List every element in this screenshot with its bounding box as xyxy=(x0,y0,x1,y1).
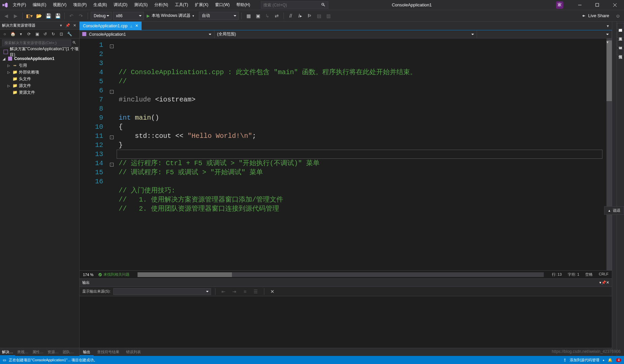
pin-icon[interactable]: 📌 xyxy=(65,23,70,28)
menu-test[interactable]: 测试(S) xyxy=(131,1,150,9)
comment-out-icon[interactable]: // xyxy=(287,12,295,20)
tool-btn-4[interactable]: ⇄ xyxy=(273,12,281,20)
search-icon[interactable] xyxy=(71,40,77,46)
vtab-properties[interactable]: 属性 xyxy=(617,49,624,55)
collapse-icon[interactable]: ▣ xyxy=(34,31,40,37)
tab-findsym[interactable]: 查找符号结果 xyxy=(94,348,123,356)
code-editor[interactable]: 12345678910111213141516 - - - - // Conso… xyxy=(80,38,612,270)
config-combo[interactable]: Debug xyxy=(91,12,112,20)
vertical-scrollbar[interactable]: ▾ xyxy=(606,38,612,270)
vtab-toolbox[interactable]: 工具箱 xyxy=(617,32,624,38)
zoom-level[interactable]: 174 % xyxy=(83,273,93,277)
chevron-down-icon[interactable]: ▾ xyxy=(58,23,64,28)
maximize-button[interactable] xyxy=(590,0,605,10)
fold-column[interactable]: - - - - xyxy=(110,38,117,270)
platform-combo[interactable]: x86 xyxy=(113,12,144,20)
preview-icon[interactable]: ⊡ xyxy=(58,31,65,37)
menu-analyze[interactable]: 分析(N) xyxy=(152,1,171,9)
close-icon[interactable]: ✕ xyxy=(72,23,77,28)
save-icon[interactable]: 💾 xyxy=(44,12,52,20)
add-to-scm[interactable]: 添加到源代码管理 xyxy=(570,358,599,363)
source-control-icon[interactable]: ↥ xyxy=(563,358,566,362)
pin-icon[interactable]: 📌 xyxy=(601,280,606,285)
twisty-icon[interactable]: ▷ xyxy=(7,64,11,67)
vtab-notifications[interactable]: 通知 xyxy=(617,40,624,47)
nav-scope-global[interactable]: (全局范围) xyxy=(214,30,477,38)
clear-icon[interactable]: ✕ xyxy=(268,287,276,296)
tab-overflow-icon[interactable]: ▾ xyxy=(604,22,612,30)
nav-fwd-icon[interactable]: ▶ xyxy=(11,12,20,20)
menu-help[interactable]: 帮助(H) xyxy=(234,1,253,9)
home2-icon[interactable]: 🏠 xyxy=(9,31,16,37)
close-button[interactable] xyxy=(607,0,623,10)
twisty-icon[interactable]: ▷ xyxy=(7,70,11,74)
menu-tools[interactable]: 工具(T) xyxy=(172,1,191,9)
code-content[interactable]: // ConsoleApplication1.cpp : 此文件包含 "main… xyxy=(117,38,606,270)
vtab-server-explorer[interactable]: 服务器资源管理器 xyxy=(617,23,624,29)
notification-bell-icon[interactable]: 🔔 xyxy=(608,358,613,362)
menu-edit[interactable]: 编辑(E) xyxy=(30,1,49,9)
tab-errorlist[interactable]: 错误列表 xyxy=(123,348,144,356)
tab-solution-explorer[interactable]: 解决… xyxy=(0,348,15,356)
tool-btn-6[interactable]: ▥ xyxy=(324,12,332,20)
close-icon[interactable]: ✕ xyxy=(135,24,138,28)
properties-icon[interactable]: ↻ xyxy=(50,31,57,37)
undo-icon[interactable]: ↶ xyxy=(67,12,76,20)
tab-property-mgr[interactable]: 属性… xyxy=(30,348,46,356)
nav-scope-member[interactable] xyxy=(477,30,612,38)
scrollbar-thumb[interactable] xyxy=(606,40,612,101)
refresh-icon[interactable]: ⟳ xyxy=(26,31,32,37)
menu-view[interactable]: 视图(V) xyxy=(50,1,69,9)
output-body[interactable] xyxy=(80,296,612,348)
menu-window[interactable]: 窗口(W) xyxy=(212,1,232,9)
redo-icon[interactable]: ↷ xyxy=(77,12,85,20)
tab-class-view[interactable]: 类视… xyxy=(15,348,30,356)
pin-icon[interactable]: ⟂ xyxy=(130,24,132,28)
menu-build[interactable]: 生成(B) xyxy=(91,1,110,9)
uncomment-icon[interactable]: /▸ xyxy=(296,12,304,20)
tool-btn-2[interactable]: ▣ xyxy=(254,12,262,20)
out-btn-1[interactable]: ⇤ xyxy=(219,287,228,296)
document-tab-active[interactable]: ConsoleApplication1.cpp ⟂ ✕ xyxy=(80,22,142,30)
feedback-icon[interactable]: ☺ xyxy=(614,12,622,20)
menu-project[interactable]: 项目(P) xyxy=(70,1,89,9)
tab-resource-view[interactable]: 资源… xyxy=(46,348,61,356)
filter-icon[interactable]: 🔧 xyxy=(66,31,73,37)
tab-output[interactable]: 输出 xyxy=(80,348,94,356)
user-avatar[interactable]: 家 xyxy=(556,1,563,9)
voice-input-tag[interactable]: ▲ 说话 xyxy=(604,206,624,215)
horizontal-scrollbar[interactable] xyxy=(138,272,543,277)
close-icon[interactable]: ✕ xyxy=(606,280,609,285)
out-btn-2[interactable]: ⇥ xyxy=(230,287,238,296)
menu-file[interactable]: 文件(F) xyxy=(10,1,29,9)
open-icon[interactable]: 📂 xyxy=(35,12,43,20)
tab-team-explorer[interactable]: 团队… xyxy=(61,348,76,356)
explorer-search-input[interactable] xyxy=(2,39,71,46)
showall-icon[interactable]: ↺ xyxy=(42,31,49,37)
new-project-icon[interactable]: ◧▾ xyxy=(25,12,33,20)
sync-icon[interactable]: ▾ xyxy=(18,31,24,37)
live-share-button[interactable]: Live Share xyxy=(578,13,613,18)
menu-debug[interactable]: 调试(D) xyxy=(111,1,130,9)
start-debug-button[interactable]: ▶ 本地 Windows 调试器 ▾ xyxy=(145,12,198,20)
twisty-icon[interactable]: ▷ xyxy=(7,84,11,88)
scrollbar-thumb[interactable] xyxy=(138,272,232,277)
save-all-icon[interactable]: 💾 xyxy=(54,12,62,20)
output-source-combo[interactable] xyxy=(113,288,211,295)
tree-resources[interactable]: 📁 资源文件 xyxy=(0,89,79,96)
tree-externals[interactable]: ▷ 📁 外部依赖项 xyxy=(0,69,79,75)
auto-combo[interactable]: 自动 xyxy=(199,12,239,20)
tool-btn-1[interactable]: ▦ xyxy=(244,12,252,20)
menu-extensions[interactable]: 扩展(X) xyxy=(192,1,211,9)
home-icon[interactable]: ○ xyxy=(1,31,8,37)
tool-btn-3[interactable]: ↳ xyxy=(263,12,271,20)
tool-btn-5[interactable]: ▤ xyxy=(315,12,323,20)
out-btn-3[interactable]: ≡ xyxy=(241,287,249,296)
eol-mode[interactable]: CRLF xyxy=(599,272,608,277)
nav-back-icon[interactable]: ◀ xyxy=(2,12,10,20)
issues-indicator[interactable]: 未找到相关问题 xyxy=(98,272,129,277)
tree-solution-root[interactable]: 解决方案"ConsoleApplication1"(1 个项目) xyxy=(0,49,79,55)
tree-sources[interactable]: ▷ 📁 源文件 xyxy=(0,82,79,89)
chevron-up-icon[interactable]: ▴ xyxy=(603,358,604,362)
nav-scope-project[interactable]: ConsoleApplication1 xyxy=(80,30,214,38)
